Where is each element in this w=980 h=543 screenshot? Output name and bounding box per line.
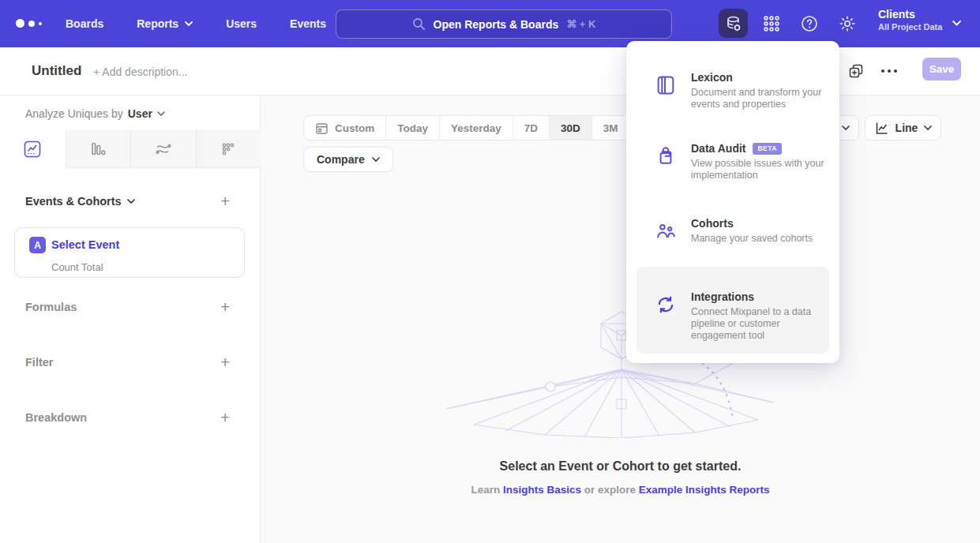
copy-plus-icon <box>847 62 865 80</box>
visualization-tabs <box>0 130 261 168</box>
formulas-section[interactable]: Formulas <box>25 301 77 313</box>
apps-grid-button[interactable] <box>757 9 786 38</box>
save-button[interactable]: Save <box>922 58 961 81</box>
empty-state-subtext: Learn Insights Basics or explore Example… <box>261 484 980 496</box>
duplicate-report-button[interactable] <box>846 61 866 81</box>
chevron-down-icon <box>924 125 932 131</box>
nav-item-reports[interactable]: Reports <box>137 17 193 30</box>
query-builder-sidebar: Analyze Uniques by User E <box>0 95 261 543</box>
date-range-custom[interactable]: Custom <box>304 116 385 140</box>
menu-item-integrations[interactable]: Integrations Connect Mixpanel to a data … <box>636 267 829 354</box>
empty-state-heading: Select an Event or Cohort to get started… <box>261 459 980 474</box>
add-filter-button[interactable]: + <box>220 354 230 370</box>
event-card[interactable]: A Select Event Count Total <box>14 227 245 278</box>
menu-item-description: Manage your saved cohorts <box>691 233 838 245</box>
menu-item-title: Data Audit BETA <box>691 142 782 155</box>
report-description-input[interactable]: + Add description... <box>93 66 187 78</box>
analyze-by-control: Analyze Uniques by User <box>25 107 165 120</box>
search-icon <box>412 17 426 31</box>
help-button[interactable] <box>794 9 824 38</box>
search-shortcut: ⌘ + K <box>566 18 595 30</box>
nav-item-boards[interactable]: Boards <box>66 17 103 30</box>
event-series-badge: A <box>29 237 46 253</box>
line-chart-icon <box>23 140 42 159</box>
add-breakdown-button[interactable]: + <box>220 409 230 425</box>
audit-icon <box>655 145 677 167</box>
chevron-down-icon <box>127 199 135 204</box>
menu-item-description: Document and transform your events and p… <box>691 87 838 110</box>
events-cohorts-section[interactable]: Events & Cohorts <box>25 195 135 208</box>
breakdown-section[interactable]: Breakdown <box>25 411 87 424</box>
date-range-7d[interactable]: 7D <box>513 116 549 140</box>
dots-pyramid-icon <box>219 140 238 159</box>
menu-item-lexicon[interactable]: Lexicon Document and transform your even… <box>626 71 839 126</box>
example-reports-link[interactable]: Example Insights Reports <box>639 484 770 496</box>
tab-flow-chart[interactable] <box>130 130 196 168</box>
date-range-today[interactable]: Today <box>385 116 439 140</box>
menu-item-cohorts[interactable]: Cohorts Manage your saved cohorts <box>626 217 839 261</box>
flow-icon <box>154 140 173 159</box>
chevron-down-icon <box>185 21 193 27</box>
add-event-button[interactable]: + <box>220 193 230 209</box>
menu-item-description: Connect Mixpanel to a data pipeline or c… <box>691 306 827 342</box>
sync-icon <box>655 294 677 316</box>
analyze-by-label: Analyze Uniques by <box>25 107 123 120</box>
filter-section[interactable]: Filter <box>25 356 53 369</box>
count-type-label[interactable]: Count Total <box>51 261 103 273</box>
analyze-by-value[interactable]: User <box>128 107 152 120</box>
tab-metric-grid[interactable] <box>196 130 261 168</box>
data-management-button[interactable] <box>719 9 748 38</box>
add-formula-button[interactable]: + <box>220 298 230 315</box>
select-event-label[interactable]: Select Event <box>51 238 119 251</box>
menu-item-title: Cohorts <box>691 217 734 230</box>
menu-item-title: Integrations <box>691 290 754 303</box>
search-placeholder: Open Reports & Boards <box>434 18 559 31</box>
date-range-30d[interactable]: 30D <box>549 116 591 140</box>
data-management-menu: Lexicon Document and transform your even… <box>626 41 839 363</box>
database-gear-icon <box>724 14 743 33</box>
insights-basics-link[interactable]: Insights Basics <box>503 484 581 496</box>
chart-type-dropdown[interactable]: Line <box>865 115 941 140</box>
people-icon <box>655 220 677 242</box>
nav-item-events[interactable]: Events <box>290 17 326 30</box>
ellipsis-icon <box>880 69 898 73</box>
top-nav: Boards Reports Users Events Open Reports… <box>0 0 980 47</box>
chevron-down-icon <box>952 21 961 27</box>
date-range-3m[interactable]: 3M <box>591 116 629 140</box>
beta-badge: BETA <box>753 143 782 155</box>
chevron-down-icon <box>372 157 380 163</box>
menu-item-integrations-content: Integrations Connect Mixpanel to a data … <box>636 290 850 354</box>
tab-insights-line[interactable] <box>0 130 66 168</box>
nav-item-users[interactable]: Users <box>226 17 257 30</box>
tab-bar-chart[interactable] <box>66 130 131 168</box>
chevron-down-icon <box>842 125 850 131</box>
line-chart-axis-icon <box>874 121 889 136</box>
menu-item-title: Lexicon <box>691 71 733 84</box>
calendar-icon <box>315 122 329 135</box>
chevron-down-icon <box>157 111 165 117</box>
mixpanel-logo-icon[interactable] <box>16 19 42 28</box>
more-options-button[interactable] <box>879 61 899 81</box>
project-scope: All Project Data <box>878 22 942 32</box>
grid-dots-icon <box>762 14 781 33</box>
project-selector[interactable]: Clients All Project Data <box>878 8 942 32</box>
primary-nav: Boards Reports Users Events <box>66 0 326 47</box>
compare-button[interactable]: Compare <box>303 147 393 172</box>
menu-item-data-audit[interactable]: Data Audit BETA View possible issues wit… <box>626 142 839 197</box>
settings-button[interactable] <box>832 9 862 38</box>
date-range-control: Custom Today Yesterday 7D 30D 3M 6M <box>303 115 667 140</box>
project-name: Clients <box>878 8 942 21</box>
subtext-middle: or explore <box>584 484 636 496</box>
subtext-prefix: Learn <box>471 484 500 496</box>
help-icon <box>800 14 819 33</box>
date-range-yesterday[interactable]: Yesterday <box>439 116 513 140</box>
book-icon <box>655 74 677 96</box>
menu-item-description: View possible issues with your implement… <box>691 158 838 182</box>
report-title[interactable]: Untitled <box>32 63 81 79</box>
gear-icon <box>838 14 857 33</box>
bar-chart-icon <box>88 140 107 159</box>
global-search-input[interactable]: Open Reports & Boards ⌘ + K <box>336 9 672 39</box>
